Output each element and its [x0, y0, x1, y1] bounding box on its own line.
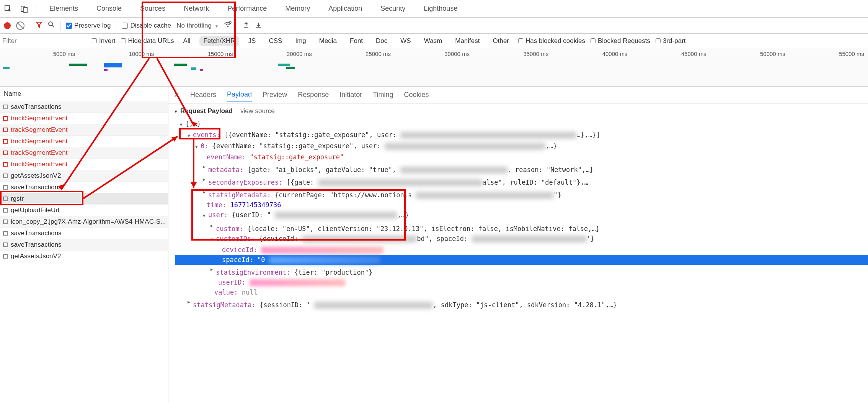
network-conditions-icon[interactable] — [224, 21, 232, 30]
tab-response[interactable]: Response — [298, 88, 329, 102]
tree-row-events[interactable]: events: [{eventName: "statsig::gate_expo… — [175, 130, 868, 141]
tab-security[interactable]: Security — [375, 1, 411, 16]
tree-row[interactable]: time: 1677145349736 — [175, 200, 868, 210]
filter-bar: Invert Hide data URLs All Fetch/XHR JS C… — [0, 34, 868, 48]
tab-elements[interactable]: Elements — [44, 1, 83, 16]
close-detail-icon[interactable]: ✕ — [174, 91, 179, 99]
timeline-tick: 20000 ms — [237, 51, 316, 57]
tab-headers[interactable]: Headers — [190, 88, 216, 102]
type-other[interactable]: Other — [489, 36, 513, 46]
type-wasm[interactable]: Wasm — [420, 36, 446, 46]
request-row[interactable]: trackSegmentEvent — [0, 159, 168, 170]
download-har-icon[interactable] — [255, 21, 262, 30]
tab-performance[interactable]: Performance — [222, 1, 272, 16]
tab-payload[interactable]: Payload — [227, 87, 252, 102]
tree-row[interactable]: customIDs: {deviceId: bd", spaceId: '} — [175, 234, 868, 245]
divider — [237, 21, 237, 31]
tab-timing[interactable]: Timing — [373, 88, 393, 102]
tab-initiator[interactable]: Initiator — [339, 88, 362, 102]
tree-row[interactable]: statsigEnvironment: {tier: "production"} — [175, 265, 868, 277]
request-row[interactable]: trackSegmentEvent — [0, 147, 168, 159]
tab-cookies[interactable]: Cookies — [404, 88, 429, 102]
hide-data-urls-checkbox[interactable]: Hide data URLs — [121, 37, 174, 45]
tree-row[interactable]: {,…} — [175, 119, 868, 130]
divider — [30, 21, 30, 31]
filter-icon[interactable] — [36, 21, 42, 30]
filter-input[interactable] — [2, 36, 86, 46]
tree-row[interactable]: userID: — [175, 277, 868, 287]
has-blocked-cookies-checkbox[interactable]: Has blocked cookies — [518, 37, 585, 45]
request-row[interactable]: getAssetsJsonV2 — [0, 170, 168, 182]
inspect-icon[interactable] — [4, 5, 12, 13]
type-all[interactable]: All — [179, 36, 194, 46]
tab-sources[interactable]: Sources — [135, 1, 171, 16]
tab-network[interactable]: Network — [178, 1, 214, 16]
invert-checkbox[interactable]: Invert — [92, 37, 116, 45]
payload-section-header[interactable]: Request Payload view source — [168, 103, 868, 119]
tab-memory[interactable]: Memory — [280, 1, 315, 16]
type-manifest[interactable]: Manifest — [451, 36, 483, 46]
request-row[interactable]: saveTransactions — [0, 228, 168, 239]
request-row[interactable]: icon_copy_2.jpg?X-Amz-Algorithm=AWS4-HMA… — [0, 216, 168, 228]
type-doc[interactable]: Doc — [372, 36, 391, 46]
type-media[interactable]: Media — [315, 36, 341, 46]
tree-row[interactable]: value: null — [175, 287, 868, 297]
svg-rect-2 — [24, 8, 27, 12]
tab-application[interactable]: Application — [323, 1, 367, 16]
request-row[interactable]: getAssetsJsonV2 — [0, 251, 168, 262]
device-toggle-icon[interactable] — [20, 5, 28, 13]
request-type-icon — [3, 128, 8, 132]
blocked-requests-checkbox[interactable]: Blocked Requests — [591, 37, 650, 45]
request-type-icon — [3, 231, 8, 236]
request-row[interactable]: trackSegmentEvent — [0, 113, 168, 124]
request-name: trackSegmentEvent — [11, 149, 67, 157]
type-css[interactable]: CSS — [265, 36, 286, 46]
request-row[interactable]: trackSegmentEvent — [0, 124, 168, 136]
request-row[interactable]: trackSegmentEvent — [0, 136, 168, 147]
type-ws[interactable]: WS — [396, 36, 414, 46]
tree-row[interactable]: secondaryExposures: [{gate: alse", ruleI… — [175, 175, 868, 187]
request-row[interactable]: saveTransactions — [0, 239, 168, 251]
tree-row[interactable]: statsigMetadata: {sessionID: ' , sdkType… — [175, 297, 868, 310]
request-row[interactable]: saveTransactions — [0, 182, 168, 193]
tab-preview[interactable]: Preview — [263, 88, 287, 102]
tab-console[interactable]: Console — [91, 1, 127, 16]
request-row[interactable]: saveTransactions — [0, 101, 168, 113]
throttling-select[interactable]: No throttling — [176, 22, 219, 29]
request-list-header[interactable]: Name — [0, 87, 168, 101]
tree-row-spaceid[interactable]: spaceId: "0 — [175, 255, 868, 265]
type-font[interactable]: Font — [346, 36, 367, 46]
tree-row[interactable]: 0: {eventName: "statsig::gate_exposure",… — [175, 141, 868, 152]
third-party-checkbox[interactable]: 3rd-part — [656, 37, 686, 45]
tab-lighthouse[interactable]: Lighthouse — [418, 1, 463, 16]
type-img[interactable]: Img — [291, 36, 310, 46]
tree-row-user[interactable]: user: {userID: " ,…} — [175, 210, 868, 221]
tree-row[interactable]: metadata: {gate: "ai_blocks", gateValue:… — [175, 162, 868, 175]
timeline-tick: 55000 ms — [789, 51, 868, 57]
clear-button[interactable] — [16, 21, 24, 30]
record-button[interactable] — [4, 22, 11, 29]
disable-cache-checkbox[interactable]: Disable cache — [122, 22, 171, 29]
type-fetch-xhr[interactable]: Fetch/XHR — [199, 36, 239, 46]
preserve-log-checkbox[interactable]: Preserve log — [66, 22, 111, 29]
tree-row[interactable]: deviceId: — [175, 245, 868, 255]
view-source-link[interactable]: view source — [240, 107, 275, 115]
request-type-icon — [3, 151, 8, 155]
request-type-icon — [3, 174, 8, 178]
divider — [36, 4, 36, 14]
tree-row[interactable]: eventName: "statsig::gate_exposure" — [175, 152, 868, 162]
type-js[interactable]: JS — [245, 36, 260, 46]
request-name: getAssetsJsonV2 — [11, 252, 61, 260]
request-row[interactable]: rgstr — [0, 193, 168, 205]
request-row[interactable]: getUploadFileUrl — [0, 205, 168, 216]
request-type-icon — [3, 162, 8, 167]
timeline-tick: 45000 ms — [631, 51, 710, 57]
svg-point-3 — [49, 22, 52, 26]
tree-row[interactable]: custom: {locale: "en-US", clientVersion:… — [175, 221, 868, 234]
upload-har-icon[interactable] — [243, 21, 250, 30]
search-icon[interactable] — [48, 21, 55, 30]
request-name: saveTransactions — [11, 183, 62, 191]
tree-row[interactable]: statsigMetadata: {currentPage: "https://… — [175, 187, 868, 200]
divider — [60, 21, 60, 31]
timeline-overview[interactable]: 5000 ms 10000 ms 15000 ms 20000 ms 25000… — [0, 48, 868, 87]
